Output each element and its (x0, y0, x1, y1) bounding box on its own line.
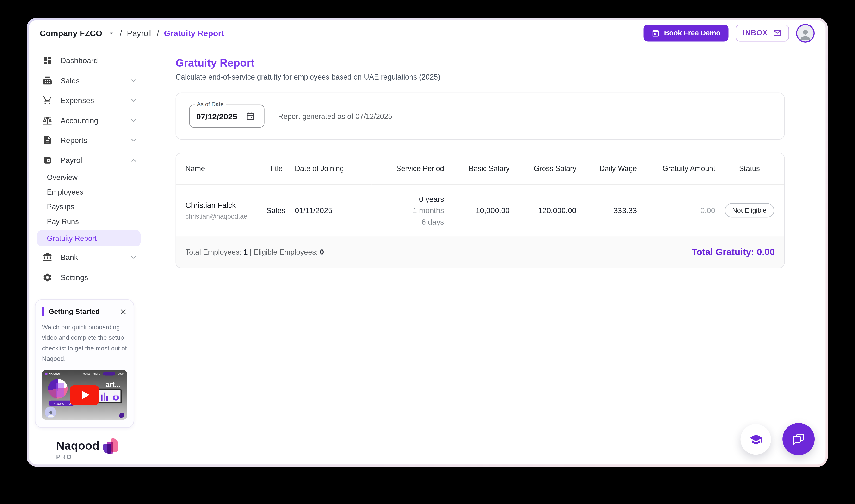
sidebar-item-gratuity-report[interactable]: Gratuity Report (37, 230, 141, 247)
thumbnail-nav-pill (103, 372, 115, 376)
col-header-gross-salary: Gross Salary (514, 153, 581, 184)
sidebar-item-label: Dashboard (60, 56, 138, 65)
status-badge: Not Eligible (725, 203, 774, 217)
expenses-icon (42, 96, 52, 106)
cell-basic-salary: 10,000.00 (448, 184, 514, 237)
breadcrumb-current: Gratuity Report (164, 28, 224, 38)
accounting-icon (42, 115, 52, 125)
book-free-demo-button[interactable]: Book Free Demo (643, 24, 729, 41)
inbox-button[interactable]: INBOX (736, 24, 789, 41)
sidebar-item-accounting[interactable]: Accounting (37, 110, 141, 130)
breadcrumb-separator: / (157, 28, 159, 38)
cell-gross-salary: 120,000.00 (514, 184, 581, 237)
thumbnail-brand-icon (45, 373, 47, 375)
total-employees-value: 1 (244, 248, 248, 256)
col-header-daily-wage: Daily Wage (581, 153, 641, 184)
table-header-row: Name Title Date of Joining Service Perio… (176, 153, 784, 184)
app-frame: Company FZCO / Payroll / Gratuity Report… (27, 18, 827, 467)
cell-status: Not Eligible (720, 184, 784, 237)
brand-tier: PRO (56, 453, 166, 460)
accent-bar (42, 307, 44, 317)
user-avatar[interactable] (796, 24, 815, 42)
inbox-label: INBOX (743, 29, 768, 37)
as-of-date-input[interactable] (196, 111, 242, 121)
brand-name: Naqood (56, 439, 100, 452)
total-gratuity: Total Gratuity: 0.00 (692, 247, 775, 257)
sidebar-subitem-label: Overview (47, 174, 77, 182)
report-generated-text: Report generated as of 07/12/2025 (278, 112, 392, 120)
sidebar-item-payroll[interactable]: Payroll (37, 150, 141, 170)
sales-icon (42, 76, 52, 86)
col-header-service-period: Service Period (371, 153, 448, 184)
service-months: 1 months (375, 206, 444, 215)
sidebar-item-expenses[interactable]: Expenses (37, 91, 141, 110)
sidebar-item-label: Sales (60, 76, 122, 85)
sidebar-item-bank[interactable]: Bank (37, 248, 141, 267)
sidebar-subitem-label: Employees (47, 188, 83, 196)
bank-icon (42, 252, 52, 262)
as-of-date-field[interactable]: As of Date (189, 105, 264, 128)
sidebar-subitem-label: Pay Runs (47, 217, 79, 226)
thumbnail-brand: Naqood (45, 372, 59, 376)
chat-icon (791, 432, 806, 446)
learning-center-button[interactable] (741, 424, 771, 454)
close-icon[interactable] (120, 308, 127, 316)
brand-bars-icon (103, 438, 118, 454)
total-employees-label: Total Employees: (185, 248, 241, 256)
sidebar-item-label: Payroll (60, 156, 122, 164)
sidebar-item-payslips[interactable]: Payslips (37, 199, 141, 214)
thumbnail-nav-login: Login (118, 372, 124, 375)
calendar-icon[interactable] (245, 111, 255, 121)
book-free-demo-label: Book Free Demo (664, 29, 720, 37)
app-body: Dashboard Sales Expenses Accou (29, 47, 825, 464)
sidebar-item-label: Expenses (60, 96, 122, 105)
cell-name: Christian Falck christian@naqood.ae (176, 184, 261, 237)
thumbnail-pie-graphic (48, 379, 68, 399)
page-title: Gratuity Report (176, 57, 785, 69)
chevron-down-icon (130, 96, 138, 104)
sidebar-item-pay-runs[interactable]: Pay Runs (37, 214, 141, 229)
onboarding-video-thumbnail[interactable]: Naqood Product Pricing Login art... (42, 370, 127, 420)
employee-counts: Total Employees: 1 | Eligible Employees:… (185, 248, 324, 256)
eligible-employees-value: 0 (320, 248, 324, 256)
chevron-down-icon (130, 137, 138, 144)
sidebar-item-settings[interactable]: Settings (37, 267, 141, 287)
breadcrumb-payroll[interactable]: Payroll (127, 28, 152, 38)
col-header-basic-salary: Basic Salary (448, 153, 514, 184)
sidebar-item-overview[interactable]: Overview (37, 170, 141, 185)
thumbnail-presenter-avatar (45, 407, 56, 418)
sidebar-item-reports[interactable]: Reports (37, 130, 141, 150)
app-window: Company FZCO / Payroll / Gratuity Report… (29, 20, 825, 464)
sidebar-item-label: Bank (60, 253, 122, 262)
service-days: 6 days (375, 217, 444, 226)
reports-icon (42, 135, 52, 145)
total-gratuity-value: 0.00 (757, 247, 775, 257)
getting-started-card: Getting Started Watch our quick onboardi… (35, 299, 134, 428)
screenshot-root: Company FZCO / Payroll / Gratuity Report… (0, 0, 855, 504)
col-header-title: Title (261, 153, 290, 184)
summary-separator: | (250, 248, 252, 256)
sidebar-item-employees[interactable]: Employees (37, 185, 141, 199)
chevron-down-icon[interactable] (107, 29, 115, 37)
chevron-down-icon (130, 254, 138, 262)
employee-email: christian@naqood.ae (185, 213, 257, 220)
top-bar: Company FZCO / Payroll / Gratuity Report… (29, 20, 825, 47)
mail-icon (772, 28, 782, 38)
table-row[interactable]: Christian Falck christian@naqood.ae Sale… (176, 184, 784, 237)
eligible-employees-label: Eligible Employees: (253, 248, 318, 256)
person-photo (798, 27, 813, 41)
page-subtitle: Calculate end-of-service gratuity for em… (176, 73, 785, 81)
chat-support-button[interactable] (782, 423, 815, 455)
sidebar-item-dashboard[interactable]: Dashboard (37, 51, 141, 71)
total-gratuity-label: Total Gratuity: (692, 247, 754, 257)
sidebar-subitem-label: Gratuity Report (47, 234, 97, 242)
company-switcher[interactable]: Company FZCO (40, 28, 102, 38)
sidebar-item-label: Settings (60, 273, 138, 282)
gratuity-table-card: Name Title Date of Joining Service Perio… (176, 152, 785, 268)
brand-logo: Naqood PRO (56, 438, 166, 460)
as-of-date-label: As of Date (195, 101, 226, 107)
sidebar-item-sales[interactable]: Sales (37, 71, 141, 91)
play-button[interactable] (70, 385, 99, 405)
calendar-icon (652, 29, 660, 37)
cell-title: Sales (261, 184, 290, 237)
